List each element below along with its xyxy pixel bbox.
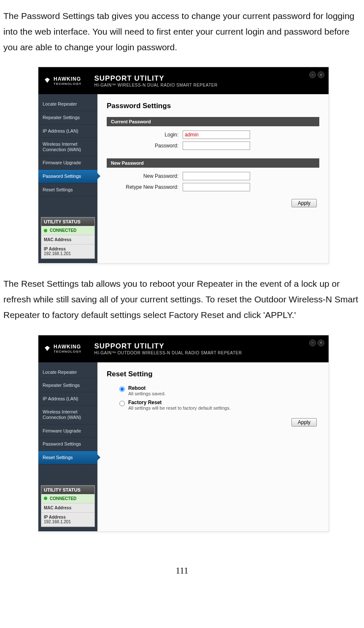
nav-password-settings[interactable]: Password Settings: [38, 170, 97, 183]
reboot-label: Reboot: [128, 385, 166, 391]
status-ip: IP Address 192.168.1.201: [41, 245, 94, 258]
nav-ip-address-lan[interactable]: IP Address (LAN): [38, 392, 97, 406]
panel-header: HAWKING TECHNOLOGY SUPPORT UTILITY HI-GA…: [38, 67, 329, 94]
status-mac: MAC Address: [41, 503, 94, 513]
factory-reset-desc: All settings will be reset to factory de…: [128, 405, 231, 411]
status-title: UTILITY STATUS: [41, 217, 94, 226]
page-title: Password Settings: [107, 102, 319, 110]
status-connected: CONNECTED: [41, 226, 94, 235]
minimize-icon[interactable]: −: [309, 71, 316, 78]
section-new-password: New Password: [107, 158, 319, 168]
status-dot-icon: [44, 229, 47, 232]
status-title: UTILITY STATUS: [41, 486, 94, 494]
login-label: Login:: [107, 132, 183, 138]
page-title: Reset Setting: [107, 370, 319, 378]
new-password-label: New Password:: [107, 173, 183, 179]
main-content: Reset Setting Reboot All settings saved.…: [97, 362, 329, 531]
screenshot-reset-setting: HAWKING TECHNOLOGY SUPPORT UTILITY HI-GA…: [38, 335, 329, 532]
nav-reset-settings[interactable]: Reset Settings: [38, 451, 97, 465]
brand-logo: HAWKING TECHNOLOGY: [43, 76, 81, 86]
nav-locate-repeater[interactable]: Locate Repeater: [38, 98, 97, 111]
status-connected: CONNECTED: [41, 494, 94, 503]
panel-header: HAWKING TECHNOLOGY SUPPORT UTILITY HI-GA…: [38, 335, 329, 362]
nav-wireless-wan[interactable]: Wireless Internet Connection (WAN): [38, 405, 97, 424]
brand-sub: TECHNOLOGY: [54, 350, 81, 353]
brand-name: HAWKING: [54, 76, 81, 82]
status-dot-icon: [44, 497, 47, 500]
header-subtitle: HI-GAIN™ WIRELESS-N DUAL RADIO SMART REP…: [94, 83, 217, 87]
utility-status-box: UTILITY STATUS CONNECTED MAC Address IP …: [41, 217, 95, 259]
sidebar: Locate Repeater Repeater Settings IP Add…: [38, 94, 97, 263]
apply-button[interactable]: Apply: [291, 199, 317, 207]
brand-sub: TECHNOLOGY: [54, 82, 81, 86]
nav-ip-address-lan[interactable]: IP Address (LAN): [38, 125, 97, 138]
status-ip: IP Address 192.168.1.201: [41, 513, 94, 527]
login-input[interactable]: [183, 130, 250, 139]
nav-firmware-upgrade[interactable]: Firmware Upgrade: [38, 424, 97, 438]
header-subtitle: HI-GAIN™ OUTDOOR WIRELESS-N DUAL RADIO S…: [94, 351, 242, 355]
brand-name: HAWKING: [54, 344, 81, 350]
page-number: 111: [0, 565, 364, 576]
nav-repeater-settings[interactable]: Repeater Settings: [38, 379, 97, 392]
minimize-icon[interactable]: −: [309, 340, 316, 346]
apply-button[interactable]: Apply: [291, 418, 317, 427]
section-current-password: Current Password: [107, 117, 319, 126]
header-title: SUPPORT UTILITY: [94, 74, 217, 83]
nav-locate-repeater[interactable]: Locate Repeater: [38, 366, 97, 379]
brand-logo: HAWKING TECHNOLOGY: [43, 344, 81, 353]
retype-password-label: Retype New Password:: [107, 184, 183, 190]
password-input[interactable]: [183, 141, 250, 150]
factory-reset-radio[interactable]: [119, 401, 125, 406]
new-password-input[interactable]: [183, 172, 250, 180]
utility-status-box: UTILITY STATUS CONNECTED MAC Address IP …: [41, 485, 95, 527]
status-mac: MAC Address: [41, 235, 94, 245]
nav-repeater-settings[interactable]: Repeater Settings: [38, 111, 97, 125]
nav-password-settings[interactable]: Password Settings: [38, 438, 97, 451]
header-title: SUPPORT UTILITY: [94, 342, 242, 351]
password-label: Password:: [107, 143, 183, 149]
nav-reset-settings[interactable]: Reset Settings: [38, 183, 97, 197]
close-icon[interactable]: ×: [318, 71, 324, 78]
sidebar: Locate Repeater Repeater Settings IP Add…: [38, 362, 97, 531]
nav-wireless-wan[interactable]: Wireless Internet Connection (WAN): [38, 138, 97, 156]
factory-reset-label: Factory Reset: [128, 400, 231, 405]
reboot-desc: All settings saved.: [128, 391, 166, 396]
reboot-radio[interactable]: [119, 386, 125, 392]
doc-paragraph-2: The Reset Settings tab allows you to reb…: [0, 276, 364, 334]
main-content: Password Settings Current Password Login…: [97, 94, 329, 263]
retype-password-input[interactable]: [183, 183, 250, 191]
close-icon[interactable]: ×: [318, 340, 324, 346]
nav-firmware-upgrade[interactable]: Firmware Upgrade: [38, 156, 97, 170]
screenshot-password-settings: HAWKING TECHNOLOGY SUPPORT UTILITY HI-GA…: [38, 67, 329, 264]
doc-paragraph-1: The Password Settings tab gives you acce…: [0, 8, 364, 67]
